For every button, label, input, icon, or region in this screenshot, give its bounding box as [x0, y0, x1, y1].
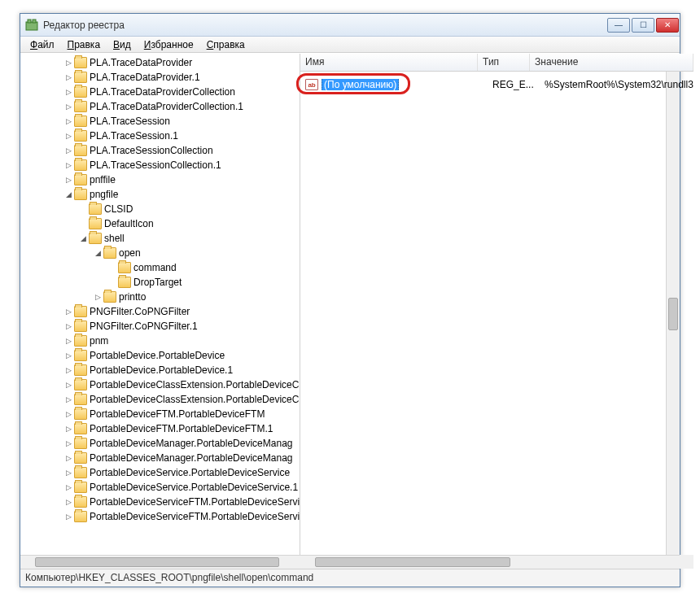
tree-item[interactable]: ▷PortableDeviceService.PortableDeviceSer… [20, 480, 300, 495]
tree-item-label: pngfile [90, 187, 118, 202]
expand-icon[interactable]: ▷ [64, 161, 73, 170]
folder-icon [74, 57, 87, 68]
column-name[interactable]: Имя [300, 54, 478, 71]
statusbar: Компьютер\HKEY_CLASSES_ROOT\pngfile\shel… [20, 569, 680, 587]
menu-edit[interactable]: Правка [61, 37, 107, 52]
expand-icon[interactable]: ▷ [64, 351, 73, 360]
expand-icon[interactable]: ▷ [64, 498, 73, 507]
folder-icon [74, 408, 87, 420]
collapse-icon[interactable]: ◢ [94, 249, 103, 258]
values-pane: Имя Тип Значение ab(По умолчанию)REG_E..… [300, 54, 693, 569]
tree-item[interactable]: ◢pngfile [20, 187, 300, 202]
tree-item[interactable]: ▷pnm [20, 334, 300, 348]
tree-item[interactable]: DefaultIcon [20, 216, 300, 231]
tree-item[interactable]: ▷pnffile [20, 172, 300, 187]
tree-item[interactable]: ▷PLA.TraceSession.1 [20, 129, 300, 143]
folder-icon [74, 364, 87, 376]
no-expand [108, 264, 117, 273]
tree-item[interactable]: ▷PLA.TraceDataProviderCollection [20, 85, 300, 99]
expand-icon[interactable]: ▷ [64, 425, 73, 434]
expand-icon[interactable]: ▷ [64, 117, 73, 126]
tree-item[interactable]: ▷PortableDeviceFTM.PortableDeviceFTM.1 [20, 421, 300, 436]
values-list[interactable]: ab(По умолчанию)REG_E...%SystemRoot%\Sys… [300, 72, 693, 569]
menu-view[interactable]: Вид [107, 37, 138, 52]
folder-icon [74, 72, 87, 83]
expand-icon[interactable]: ▷ [64, 88, 73, 97]
tree-item-label: PortableDeviceFTM.PortableDeviceFTM [90, 407, 265, 421]
tree-item[interactable]: ▷PLA.TraceSession [20, 114, 300, 129]
menu-help[interactable]: Справка [200, 37, 252, 52]
folder-icon [74, 159, 87, 171]
tree-item[interactable]: ▷PLA.TraceSessionCollection [20, 143, 300, 158]
collapse-icon[interactable]: ◢ [79, 234, 88, 243]
expand-icon[interactable]: ▷ [64, 483, 73, 492]
tree-item-label: printto [119, 290, 146, 304]
menu-favorites[interactable]: Избранное [138, 37, 200, 52]
tree-item[interactable]: command [20, 260, 300, 275]
folder-icon [89, 233, 102, 244]
folder-icon [74, 86, 87, 98]
scrollbar-thumb[interactable] [35, 557, 279, 567]
tree-item[interactable]: ◢open [20, 246, 300, 260]
column-value[interactable]: Значение [530, 54, 693, 71]
tree-item[interactable]: ▷PortableDeviceManager.PortableDeviceMan… [20, 436, 300, 451]
tree-item[interactable]: ▷PortableDeviceFTM.PortableDeviceFTM [20, 407, 300, 421]
tree-item[interactable]: ▷PLA.TraceDataProvider [20, 55, 300, 70]
tree-item[interactable]: ▷PLA.TraceDataProviderCollection.1 [20, 99, 300, 114]
expand-icon[interactable]: ▷ [64, 395, 73, 404]
tree-item[interactable]: ▷PortableDeviceServiceFTM.PortableDevice… [20, 495, 300, 509]
tree-item[interactable]: ▷PLA.TraceSessionCollection.1 [20, 158, 300, 172]
tree-item-label: DefaultIcon [104, 216, 154, 231]
tree-item[interactable]: ◢shell [20, 231, 300, 246]
close-button[interactable]: ✕ [656, 18, 679, 33]
tree-item[interactable]: ▷printto [20, 290, 300, 304]
tree-item[interactable]: ▷PortableDevice.PortableDevice [20, 348, 300, 363]
expand-icon[interactable]: ▷ [64, 308, 73, 316]
expand-icon[interactable]: ▷ [64, 59, 73, 68]
tree-item[interactable]: CLSID [20, 202, 300, 216]
tree-item-label: PortableDeviceManager.PortableDeviceMana… [90, 436, 292, 451]
expand-icon[interactable]: ▷ [64, 322, 73, 331]
expand-icon[interactable]: ▷ [64, 73, 73, 82]
tree-item[interactable]: ▷PortableDevice.PortableDevice.1 [20, 363, 300, 377]
expand-icon[interactable]: ▷ [64, 366, 73, 375]
tree-item[interactable]: DropTarget [20, 275, 300, 290]
expand-icon[interactable]: ▷ [64, 337, 73, 346]
expand-icon[interactable]: ▷ [64, 513, 73, 521]
folder-icon [74, 321, 87, 332]
expand-icon[interactable]: ▷ [64, 381, 73, 390]
column-type[interactable]: Тип [478, 54, 530, 71]
registry-tree[interactable]: ▷PLA.TraceDataProvider▷PLA.TraceDataProv… [20, 54, 300, 569]
tree-item[interactable]: ▷PortableDeviceManager.PortableDeviceMan… [20, 451, 300, 465]
menu-file[interactable]: Файл [24, 37, 61, 52]
tree-item[interactable]: ▷PortableDeviceClassExtension.PortableDe… [20, 377, 300, 392]
tree-item-label: PortableDeviceManager.PortableDeviceMana… [90, 451, 292, 465]
folder-icon [74, 482, 87, 493]
tree-item[interactable]: ▷PNGFilter.CoPNGFilter.1 [20, 319, 300, 334]
expand-icon[interactable]: ▷ [94, 293, 103, 302]
tree-item[interactable]: ▷PortableDeviceServiceFTM.PortableDevice… [20, 509, 300, 524]
expand-icon[interactable]: ▷ [64, 439, 73, 448]
tree-item[interactable]: ▷PNGFilter.CoPNGFilter [20, 304, 300, 319]
tree-item[interactable]: ▷PortableDeviceService.PortableDeviceSer… [20, 465, 300, 480]
expand-icon[interactable]: ▷ [64, 469, 73, 478]
titlebar[interactable]: Редактор реестра — ☐ ✕ [20, 14, 680, 37]
tree-item-label: command [133, 260, 177, 275]
tree-item[interactable]: ▷PortableDeviceClassExtension.PortableDe… [20, 392, 300, 407]
maximize-button[interactable]: ☐ [632, 18, 654, 33]
expand-icon[interactable]: ▷ [64, 410, 73, 419]
value-row[interactable]: ab(По умолчанию)REG_E...%SystemRoot%\Sys… [300, 76, 693, 93]
collapse-icon[interactable]: ◢ [64, 190, 73, 199]
scrollbar-thumb[interactable] [315, 557, 510, 567]
tree-item[interactable]: ▷PLA.TraceDataProvider.1 [20, 70, 300, 85]
no-expand [79, 205, 88, 214]
minimize-button[interactable]: — [607, 18, 630, 33]
tree-item-label: PortableDeviceServiceFTM.PortableDeviceS… [90, 509, 300, 524]
list-horizontal-scrollbar[interactable] [300, 555, 680, 569]
expand-icon[interactable]: ▷ [64, 176, 73, 185]
expand-icon[interactable]: ▷ [64, 146, 73, 155]
expand-icon[interactable]: ▷ [64, 103, 73, 111]
folder-icon [89, 218, 102, 229]
expand-icon[interactable]: ▷ [64, 132, 73, 141]
expand-icon[interactable]: ▷ [64, 454, 73, 463]
